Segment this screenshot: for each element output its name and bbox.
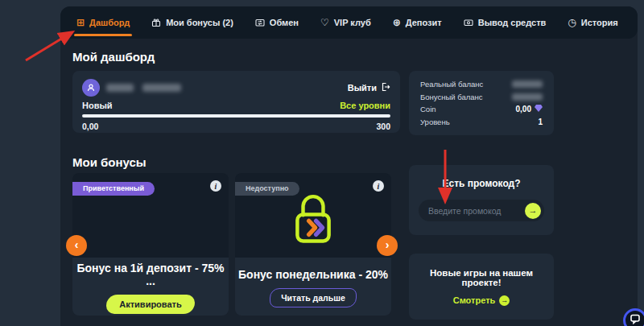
avatar: [82, 79, 100, 97]
gift-icon: [151, 18, 161, 27]
carousel-next-button[interactable]: ›: [377, 235, 398, 256]
bonus-balance-label: Бонусный баланс: [420, 93, 483, 101]
tab-exchange[interactable]: Обмен: [255, 6, 299, 39]
tab-vip-club[interactable]: ♡ VIP клуб: [320, 6, 371, 39]
bonus-card-image-area: Приветственный i: [72, 173, 229, 258]
tab-my-bonuses-label: Мои бонусы (2): [166, 18, 233, 27]
all-levels-link[interactable]: Все уровни: [340, 101, 390, 110]
tab-withdraw-label: Вывод средств: [478, 18, 547, 27]
promo-submit-button[interactable]: →: [525, 203, 541, 219]
dashboard-grid-icon: ⊞: [76, 18, 85, 27]
page-title: Мой дашборд: [72, 50, 155, 64]
user-profile-card: Выйти Новый Все уровни 0,00 300: [72, 71, 400, 133]
tab-deposit[interactable]: ⊕ Депозит: [393, 6, 442, 39]
chat-widget-button[interactable]: [623, 308, 644, 326]
info-icon[interactable]: i: [373, 180, 384, 192]
chat-bubble-icon: [630, 313, 641, 326]
coin-label: Coin: [420, 105, 436, 113]
tab-my-bonuses[interactable]: Мои бонусы (2): [151, 6, 233, 39]
level-progress-bar: [82, 114, 390, 118]
circle-arrow-icon: →: [499, 295, 510, 306]
bonus-card-first-deposit: Приветственный i Бонус на 1й депозит - 7…: [72, 173, 229, 316]
tab-history-label: История: [581, 18, 618, 27]
gem-icon: [535, 105, 543, 113]
new-games-text: Новые игры на нашем проекте!: [422, 268, 541, 287]
arrow-right-icon: →: [529, 206, 538, 215]
chevron-left-icon: ‹: [75, 239, 79, 250]
real-balance-label: Реальный баланс: [420, 80, 483, 89]
promo-title: Есть промокод?: [419, 178, 544, 189]
new-games-card: Новые игры на нашем проекте! Смотреть →: [409, 254, 554, 320]
tab-exchange-label: Обмен: [270, 18, 299, 27]
tab-withdraw[interactable]: Вывод средств: [464, 6, 547, 39]
main-navigation: ⊞ Дашборд Мои бонусы (2) Обмен: [60, 6, 638, 39]
deposit-icon: ⊕: [393, 18, 401, 27]
real-balance-redacted: [512, 80, 543, 88]
tab-history[interactable]: ◷ История: [568, 6, 617, 39]
level-row: Уровень 1: [420, 118, 543, 126]
level-value: 1: [538, 118, 543, 126]
username-redacted: [142, 84, 181, 92]
history-clock-icon: ◷: [568, 18, 576, 27]
bonus-badge: Приветственный: [72, 182, 155, 196]
dashboard-panel: ⊞ Дашборд Мои бонусы (2) Обмен: [60, 6, 638, 326]
progress-current-value: 0,00: [82, 122, 98, 131]
info-icon[interactable]: i: [210, 180, 221, 192]
logout-label: Выйти: [348, 83, 377, 93]
coin-row: Coin 0,00: [420, 105, 543, 113]
progress-max-value: 300: [376, 122, 390, 131]
bonus-title: Бонус на 1й депозит - 75% ...: [72, 262, 229, 287]
bonus-card-monday: Недоступно i Бонус понедельника - 20% Чи…: [235, 173, 391, 316]
tab-vip-club-label: VIP клуб: [334, 18, 371, 27]
balance-card: Реальный баланс Бонусный баланс Coin 0,0…: [409, 71, 554, 135]
read-more-button[interactable]: Читать дальше: [270, 288, 357, 307]
tab-dashboard[interactable]: ⊞ Дашборд: [76, 6, 130, 39]
logout-icon: [381, 82, 390, 93]
tab-deposit-label: Депозит: [406, 18, 442, 27]
coin-value: 0,00: [516, 105, 531, 113]
heart-icon: ♡: [320, 18, 329, 27]
promo-code-card: Есть промокод? →: [409, 165, 554, 235]
bonus-card-image-area: Недоступно i: [235, 173, 391, 258]
chevron-right-icon: ›: [386, 239, 390, 250]
carousel-prev-button[interactable]: ‹: [66, 235, 87, 256]
watch-games-link[interactable]: Смотреть →: [453, 295, 510, 306]
level-label: Уровень: [420, 118, 450, 126]
username-redacted: [106, 84, 134, 92]
bonus-balance-row: Бонусный баланс: [420, 93, 543, 101]
activate-bonus-button[interactable]: Активировать: [106, 295, 194, 314]
bonuses-section-title: Мои бонусы: [72, 155, 147, 169]
bonus-badge-unavailable: Недоступно: [235, 182, 299, 196]
current-level-label: Новый: [82, 101, 113, 110]
logout-button[interactable]: Выйти: [348, 82, 390, 93]
watch-label: Смотреть: [453, 295, 496, 305]
real-balance-row: Реальный баланс: [420, 80, 543, 89]
bonus-title: Бонус понедельника - 20%: [238, 268, 388, 281]
withdraw-banknote-icon: [464, 18, 473, 27]
lock-icon: [291, 191, 336, 247]
bonus-balance-redacted: [512, 93, 543, 101]
tab-dashboard-label: Дашборд: [89, 18, 130, 27]
exchange-icon: [255, 18, 265, 27]
